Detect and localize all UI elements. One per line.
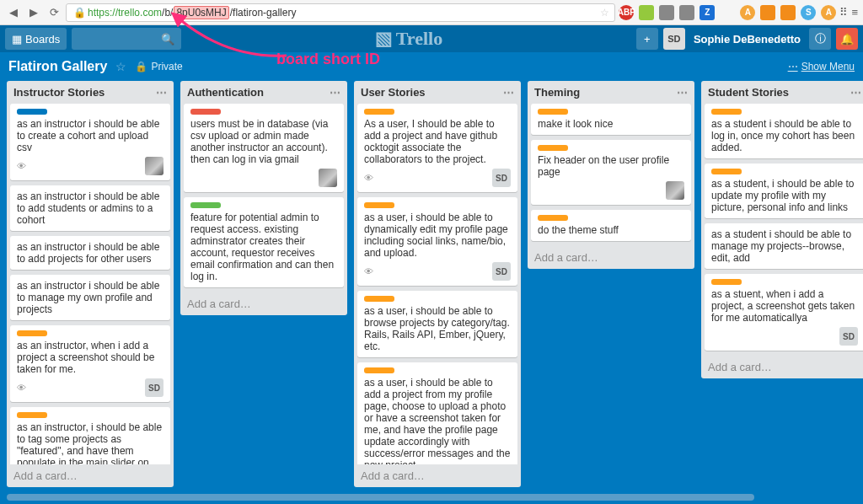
extension-icon[interactable]: Z xyxy=(700,5,715,20)
extension-icon[interactable] xyxy=(679,5,694,20)
extension-icon[interactable]: ABP xyxy=(619,5,634,20)
url-bar[interactable]: 🔒 https:// trello.com /b/ 8pU0sMHJ /flat… xyxy=(66,3,615,22)
ellipsis-icon: ⋯ xyxy=(788,61,798,72)
board-header: Flatiron Gallery ☆ 🔒 Private ⋯ Show Menu xyxy=(0,52,863,81)
notifications-button[interactable]: 🔔 xyxy=(836,28,858,50)
extension-icon[interactable] xyxy=(659,5,674,20)
url-path-pre: /b/ xyxy=(162,7,173,19)
trello-topbar: ▦ Boards 🔍 ▧Trello + SD Sophie DeBenedet… xyxy=(0,25,863,52)
logo-icon: ▧ xyxy=(375,28,393,50)
trello-logo[interactable]: ▧Trello xyxy=(186,28,631,50)
star-icon[interactable]: ☆ xyxy=(600,7,609,19)
hamburger-icon[interactable]: ≡ xyxy=(851,6,858,19)
reload-button[interactable]: ⟳ xyxy=(46,4,62,21)
url-host: trello.com xyxy=(118,7,162,19)
extension-icon[interactable] xyxy=(780,5,796,20)
boards-label: Boards xyxy=(25,33,60,46)
info-button[interactable]: ⓘ xyxy=(809,28,831,50)
search-icon: 🔍 xyxy=(161,33,174,46)
extension-icon[interactable] xyxy=(720,5,735,20)
url-path-post: /flatiron-gallery xyxy=(230,7,297,19)
show-menu-button[interactable]: ⋯ Show Menu xyxy=(788,61,855,72)
url-short-id: 8pU0sMHJ xyxy=(174,6,228,19)
browser-chrome: ◀ ▶ ⟳ 🔒 https:// trello.com /b/ 8pU0sMHJ… xyxy=(0,0,863,25)
extension-icon[interactable] xyxy=(760,5,775,20)
show-menu-label: Show Menu xyxy=(801,61,855,72)
extension-icon[interactable]: A xyxy=(740,5,755,20)
boards-icon: ▦ xyxy=(12,33,22,46)
visibility-label: Private xyxy=(151,61,182,72)
board-title[interactable]: Flatiron Gallery xyxy=(8,59,107,74)
lock-icon: 🔒 xyxy=(73,7,86,19)
user-avatar[interactable]: SD xyxy=(663,28,685,50)
back-button[interactable]: ◀ xyxy=(5,4,22,21)
extension-icon[interactable]: A xyxy=(821,5,836,20)
add-button[interactable]: + xyxy=(636,28,658,50)
user-name[interactable]: Sophie DeBenedetto xyxy=(690,33,804,46)
star-icon[interactable]: ☆ xyxy=(115,60,126,73)
apps-icon[interactable]: ⠿ xyxy=(839,6,848,19)
browser-extensions: ABPZASA xyxy=(619,5,836,20)
search-input[interactable]: 🔍 xyxy=(72,28,181,50)
extension-icon[interactable] xyxy=(639,5,654,20)
url-scheme: https:// xyxy=(88,7,118,19)
visibility-toggle[interactable]: 🔒 Private xyxy=(135,61,182,72)
extension-icon[interactable]: S xyxy=(801,5,816,20)
lock-icon: 🔒 xyxy=(135,61,147,72)
forward-button[interactable]: ▶ xyxy=(25,4,42,21)
boards-button[interactable]: ▦ Boards xyxy=(5,28,67,50)
